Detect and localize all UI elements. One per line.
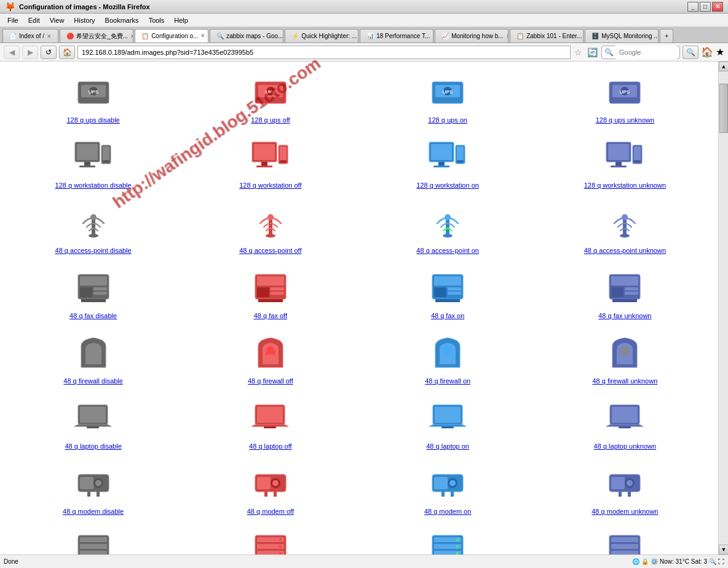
icon-link-48_q_access_point_off[interactable]: 48 q access-point off [239, 247, 301, 254]
reload-button[interactable]: ↺ [41, 46, 57, 59]
svg-rect-112 [441, 492, 445, 497]
svg-rect-67 [257, 276, 284, 286]
forward-button[interactable]: ▶ [22, 46, 38, 59]
icon-link-48_q_fax_disable[interactable]: 48 q fax disable [69, 312, 117, 319]
device-image-48_q_laptop_off [246, 397, 295, 440]
svg-rect-42 [608, 144, 629, 160]
device-image-48_q_access_point_disable [69, 201, 118, 244]
bookmark-star-icon[interactable]: ☆ [573, 47, 584, 57]
tab-close-icon7[interactable]: ✕ [506, 33, 509, 39]
tab-config[interactable]: 📋 Configuration o... ✕ [135, 29, 208, 42]
search-go-button[interactable]: 🔍 [682, 46, 698, 59]
icon-cell-48_q_laptop_disable: 48 q laptop disable [6, 394, 180, 453]
icon-link-128_q_ups_off[interactable]: 128 q ups off [251, 116, 290, 124]
icon-link-48_q_modem_off[interactable]: 48 q modem off [247, 508, 294, 515]
menu-edit[interactable]: Edit [23, 15, 45, 25]
home-icon: 🏠 [701, 46, 713, 58]
scroll-track[interactable] [719, 71, 728, 545]
tab-mysql[interactable]: 🗄️ MySQL Monitoring ... ✕ [585, 29, 659, 42]
icon-link-48_q_fax_on[interactable]: 48 q fax on [431, 312, 464, 319]
svg-point-111 [449, 480, 456, 486]
svg-rect-63 [93, 287, 107, 290]
icon-link-48_q_access_point_unknown[interactable]: 48 q access-point unknown [584, 247, 666, 254]
refresh-icon[interactable]: 🔄 [586, 47, 599, 57]
icon-link-48_q_modem_disable[interactable]: 48 q modem disable [63, 508, 124, 515]
address-bar: ◀ ▶ ↺ 🏠 ☆ 🔄 🔍 🔍 🏠 ★ [0, 43, 728, 62]
svg-point-124 [102, 538, 105, 541]
svg-rect-52 [269, 218, 272, 236]
scroll-up-button[interactable]: ▲ [719, 62, 728, 71]
icon-link-48_q_modem_unknown[interactable]: 48 q modem unknown [592, 508, 658, 515]
svg-rect-115 [611, 477, 625, 489]
address-input[interactable] [77, 46, 571, 59]
window-controls: _ □ ✕ [687, 2, 723, 12]
icon-link-48_q_laptop_off[interactable]: 48 q laptop off [249, 442, 292, 450]
scroll-thumb[interactable] [719, 84, 728, 133]
icon-link-128_q_workstation_on[interactable]: 128 q workstation on [416, 182, 479, 189]
icon-link-128_q_ups_unknown[interactable]: 128 q ups unknown [596, 116, 654, 124]
tab-zabbix-maps[interactable]: 🔍 zabbix maps - Goo... ✕ [210, 29, 283, 42]
home-button[interactable]: 🏠 [59, 46, 75, 59]
tab-close-icon2[interactable]: ✕ [130, 33, 133, 39]
icon-grid: UPS 128 q ups disable UPS 128 q ups off … [6, 68, 712, 554]
icon-link-48_q_laptop_unknown[interactable]: 48 q laptop unknown [594, 442, 657, 450]
icon-link-128_q_ups_disable[interactable]: 128 q ups disable [67, 116, 120, 124]
icon-link-48_q_firewall_on[interactable]: 48 q firewall on [425, 377, 470, 385]
menu-bookmarks[interactable]: Bookmarks [100, 15, 144, 25]
bookmark-icon: ★ [716, 46, 724, 58]
menu-view[interactable]: View [45, 15, 69, 25]
page-content[interactable]: UPS 128 q ups disable UPS 128 q ups off … [0, 62, 718, 554]
search-input[interactable] [615, 46, 677, 59]
icon-cell-128_q_workstation_on: 128 q workstation on [361, 133, 535, 192]
tab-close-icon6[interactable]: ✕ [432, 33, 433, 39]
tab-highlighter[interactable]: ⚡ Quick Highlighter: ... ✕ [285, 29, 358, 42]
icon-cell-128_q_workstation_off: 128 q workstation off [183, 133, 357, 192]
tab-close-icon3[interactable]: ✕ [200, 33, 205, 39]
icon-link-48_q_laptop_disable[interactable]: 48 q laptop disable [65, 442, 121, 450]
icon-link-128_q_workstation_unknown[interactable]: 128 q workstation unknown [584, 182, 666, 189]
tab-favicon8: 📋 [516, 33, 524, 39]
icon-link-48_q_firewall_off[interactable]: 48 q firewall off [248, 377, 293, 385]
icon-link-128_q_workstation_disable[interactable]: 128 q workstation disable [55, 182, 132, 189]
device-image-128_q_ups_unknown: UPS [600, 71, 649, 114]
close-button[interactable]: ✕ [712, 2, 723, 12]
svg-rect-17 [620, 97, 630, 102]
search-engine-icon: 🔍 [604, 48, 614, 57]
icon-cell-48_q_access_point_off: 48 q access-point off [183, 198, 357, 257]
tab-xiwang[interactable]: 🔴 希望云安全_免费... ✕ [60, 29, 133, 42]
addon-icon: ⚙️ [651, 558, 658, 565]
icon-link-48_q_access_point_disable[interactable]: 48 q access-point disable [55, 247, 132, 254]
tab-new[interactable]: + [660, 29, 673, 42]
icon-link-48_q_firewall_disable[interactable]: 48 q firewall disable [63, 377, 123, 385]
svg-rect-70 [271, 292, 284, 295]
menu-help[interactable]: Help [169, 15, 193, 25]
tab-monitoring[interactable]: 📈 Monitoring how b... ✕ [435, 29, 508, 42]
menu-history[interactable]: History [69, 15, 100, 25]
icon-link-128_q_workstation_off[interactable]: 128 q workstation off [239, 182, 301, 189]
scrollbar[interactable]: ▲ ▼ [718, 62, 728, 554]
status-bar: Done 🌐 🔒 ⚙️ Now: 31°C Sat: 3 🔍 ⛶ [0, 554, 728, 568]
icon-link-48_q_fax_off[interactable]: 48 q fax off [254, 312, 287, 319]
menu-tools[interactable]: Tools [144, 15, 170, 25]
icon-cell-48_q_fax_disable: 48 q fax disable [6, 263, 180, 322]
tab-index[interactable]: 📄 Index of / ✕ [2, 29, 58, 42]
scroll-down-button[interactable]: ▼ [719, 545, 728, 554]
tab-close-icon[interactable]: ✕ [47, 33, 52, 39]
icon-link-48_q_laptop_on[interactable]: 48 q laptop on [426, 442, 469, 450]
icon-link-48_q_modem_on[interactable]: 48 q modem on [424, 508, 471, 515]
tab-performance[interactable]: 📊 18 Performance T... ✕ [360, 29, 433, 42]
icon-link-128_q_ups_on[interactable]: 128 q ups on [428, 116, 467, 124]
svg-rect-73 [434, 276, 461, 286]
svg-rect-7 [266, 97, 275, 102]
menu-file[interactable]: File [2, 15, 23, 25]
svg-rect-75 [448, 287, 461, 290]
minimize-button[interactable]: _ [687, 2, 698, 12]
icon-link-48_q_fax_unknown[interactable]: 48 q fax unknown [598, 312, 651, 319]
icon-cell-48_q_access_point_on: 48 q access-point on [361, 198, 535, 257]
icon-link-48_q_access_point_on[interactable]: 48 q access-point on [416, 247, 479, 254]
maximize-button[interactable]: □ [700, 2, 711, 12]
tab-zabbix101[interactable]: 📋 Zabbix 101 - Enter... ✕ [510, 29, 584, 42]
back-button[interactable]: ◀ [4, 46, 20, 59]
icon-link-48_q_firewall_unknown[interactable]: 48 q firewall unknown [592, 377, 657, 385]
icon-cell-48_q_modem_unknown: 48 q modem unknown [538, 459, 712, 518]
